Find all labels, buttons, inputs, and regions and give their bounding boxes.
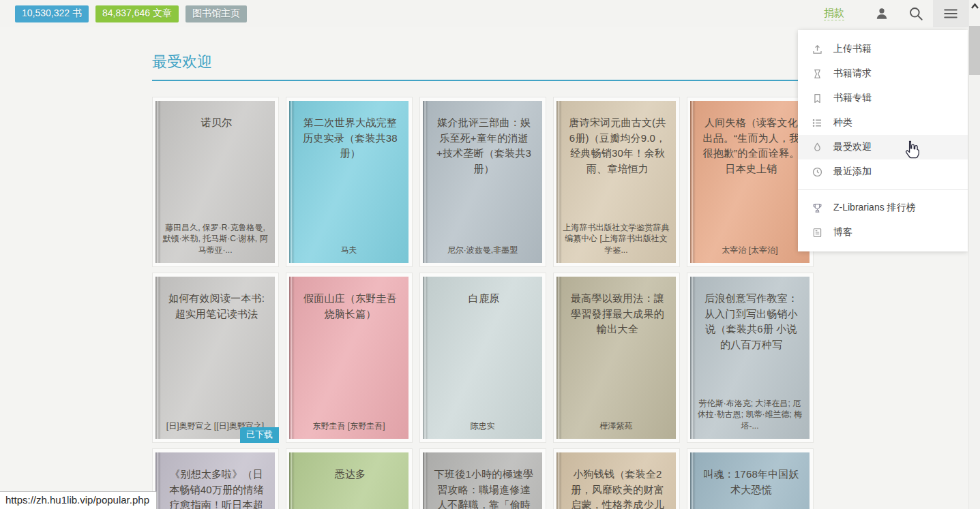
book-cover: 悉达多: [289, 452, 409, 509]
book-card[interactable]: 人间失格（读客文化出品。“生而为人，我很抱歉”的全面诠释。日本史上销太宰治 [太…: [687, 97, 814, 267]
book-card[interactable]: 第二次世界大战完整历史实录（套装共38册）马夫: [286, 97, 413, 267]
menu-item-1[interactable]: 上传书籍: [798, 37, 968, 61]
book-card[interactable]: 最高學以致用法：讓學習發揮最大成果的輸出大全樺澤紫苑: [553, 273, 680, 443]
book-author: 上海辞书出版社文学鉴赏辞典编纂中心 [上海辞书出版社文学鉴...: [561, 222, 671, 256]
book-card[interactable]: 媒介批评三部曲：娱乐至死+童年的消逝+技术垄断（套装共3册）尼尔·波兹曼,非墨盟: [419, 97, 546, 267]
stat-badge[interactable]: 10,530,322 书: [15, 5, 89, 22]
menu-item-4[interactable]: 种类: [798, 110, 968, 135]
book-title: 第二次世界大战完整历史实录（套装共38册）: [289, 101, 409, 161]
hourglass-icon: [812, 67, 824, 80]
book-card[interactable]: 《别想太多啦》（日本畅销40万册的情绪疗愈指南！听日本超人气“傻和: [152, 448, 279, 509]
book-title: 悉达多: [289, 452, 409, 482]
book-card[interactable]: 唐诗宋词元曲古文(共6册)（豆瓣均分9.0，经典畅销30年！余秋雨、章培恒力上海…: [553, 97, 680, 267]
book-title: 人间失格（读客文化出品。“生而为人，我很抱歉”的全面诠释。日本史上销: [690, 101, 810, 176]
book-card[interactable]: 小狗钱钱（套装全2册，风靡欧美的财富启蒙，性格养成少儿读物）：《小狗钱: [553, 448, 680, 509]
book-title: 诺贝尔: [155, 101, 275, 131]
book-cover: 诺贝尔藤田昌久, 保罗·R·克鲁格曼, 默顿·米勒, 托马斯·C·谢林, 阿马蒂…: [155, 101, 275, 263]
book-author: 马夫: [294, 245, 404, 256]
book-cover: 唐诗宋词元曲古文(共6册)（豆瓣均分9.0，经典畅销30年！余秋雨、章培恒力上海…: [556, 101, 676, 263]
menu-item-label: 最受欢迎: [833, 141, 872, 153]
flame-icon: [812, 141, 824, 153]
book-title: 小狗钱钱（套装全2册，风靡欧美的财富启蒙，性格养成少儿读物）：《小狗钱: [556, 452, 676, 509]
menu-item-3[interactable]: 书籍专辑: [798, 86, 968, 110]
clock-icon: [812, 166, 824, 178]
menu-icon[interactable]: [933, 0, 968, 27]
book-title: 后浪创意写作教室：从入门到写出畅销小说（套装共6册 小说的八百万种写: [690, 277, 810, 352]
book-cover: 小狗钱钱（套装全2册，风靡欧美的财富启蒙，性格养成少儿读物）：《小狗钱: [556, 452, 676, 509]
stat-badge[interactable]: 84,837,646 文章: [95, 5, 179, 22]
book-card[interactable]: 如何有效阅读一本书:超实用笔记读书法[日]奥野宣之 [[日]奥野宣之]已下载: [152, 273, 279, 443]
book-card[interactable]: 叫魂：1768年中国妖术大恐慌: [687, 448, 814, 509]
book-title: 下班後1小時的極速學習攻略：職場進修達人不辭職，靠「偷時間」高效學: [423, 452, 542, 509]
dropdown-menu: 上传书籍书籍请求书籍专辑种类最受欢迎最近添加Z-Librarians 排行榜博客: [798, 30, 968, 251]
menu-item-7[interactable]: Z-Librarians 排行榜: [798, 196, 968, 220]
menu-item-5[interactable]: 最受欢迎: [798, 135, 968, 159]
menu-item-8[interactable]: 博客: [798, 220, 968, 245]
menu-item-label: 书籍请求: [833, 67, 872, 80]
menu-item-label: 博客: [833, 226, 852, 238]
book-author: 藤田昌久, 保罗·R·克鲁格曼, 默顿·米勒, 托马斯·C·谢林, 阿马蒂亚·.…: [160, 222, 270, 256]
scrollbar[interactable]: [968, 0, 980, 509]
book-cover: 第二次世界大战完整历史实录（套装共38册）马夫: [289, 101, 409, 263]
book-cover: 假面山庄（东野圭吾烧脑长篇）东野圭吾 [东野圭吾]: [289, 277, 409, 439]
menu-item-2[interactable]: 书籍请求: [798, 61, 968, 86]
book-cover: 人间失格（读客文化出品。“生而为人，我很抱歉”的全面诠释。日本史上销太宰治 [太…: [690, 101, 810, 263]
scrollbar-thumb[interactable]: [969, 26, 980, 75]
book-title: 假面山庄（东野圭吾烧脑长篇）: [289, 277, 409, 322]
menu-divider: [798, 189, 968, 190]
list-icon: [812, 117, 824, 129]
book-title: 最高學以致用法：讓學習發揮最大成果的輸出大全: [556, 277, 676, 337]
stat-badges: 10,530,322 书84,837,646 文章图书馆主页: [15, 5, 247, 22]
book-cover: 《别想太多啦》（日本畅销40万册的情绪疗愈指南！听日本超人气“傻和: [155, 452, 275, 509]
header: 10,530,322 书84,837,646 文章图书馆主页 捐款: [0, 0, 980, 27]
book-cover: 白鹿原陈忠实: [423, 277, 542, 439]
book-author: 劳伦斯·布洛克; 大泽在昌; 厄休拉·勒古恩; 凯蒂·维兰德; 梅塔-...: [695, 398, 805, 432]
book-author: 陈忠实: [428, 420, 537, 432]
stat-badge[interactable]: 图书馆主页: [185, 5, 247, 22]
book-title: 叫魂：1768年中国妖术大恐慌: [690, 452, 810, 497]
menu-item-label: 书籍专辑: [833, 92, 872, 104]
book-title: 如何有效阅读一本书:超实用笔记读书法: [155, 277, 275, 322]
book-title: 白鹿原: [423, 277, 542, 307]
book-author: 太宰治 [太宰治]: [695, 245, 805, 256]
book-cover: 后浪创意写作教室：从入门到写出畅销小说（套装共6册 小说的八百万种写劳伦斯·布洛…: [690, 277, 810, 439]
menu-item-label: Z-Librarians 排行榜: [833, 202, 916, 214]
main-content: 最受欢迎 诺贝尔藤田昌久, 保罗·R·克鲁格曼, 默顿·米勒, 托马斯·C·谢林…: [152, 52, 814, 509]
book-title: 唐诗宋词元曲古文(共6册)（豆瓣均分9.0，经典畅销30年！余秋雨、章培恒力: [556, 101, 676, 176]
downloaded-badge: 已下载: [240, 427, 279, 443]
book-cover: 媒介批评三部曲：娱乐至死+童年的消逝+技术垄断（套装共3册）尼尔·波兹曼,非墨盟: [423, 101, 542, 263]
menu-item-label: 上传书籍: [833, 43, 872, 55]
book-card[interactable]: 下班後1小時的極速學習攻略：職場進修達人不辭職，靠「偷時間」高效學: [419, 448, 546, 509]
menu-item-label: 种类: [833, 117, 852, 129]
blog-icon: [812, 226, 824, 238]
book-author: 樺澤紫苑: [561, 420, 671, 432]
page-title: 最受欢迎: [152, 52, 814, 80]
book-cover: 如何有效阅读一本书:超实用笔记读书法[日]奥野宣之 [[日]奥野宣之]: [155, 277, 275, 439]
book-title: 媒介批评三部曲：娱乐至死+童年的消逝+技术垄断（套装共3册）: [423, 101, 542, 176]
donate-link[interactable]: 捐款: [824, 7, 844, 20]
title-underline: [152, 80, 814, 81]
search-icon[interactable]: [899, 0, 933, 27]
status-url: https://zh.hu1lib.vip/popular.php: [0, 491, 157, 509]
book-author: 尼尔·波兹曼,非墨盟: [428, 245, 537, 256]
profile-icon[interactable]: [865, 0, 899, 27]
book-card[interactable]: 后浪创意写作教室：从入门到写出畅销小说（套装共6册 小说的八百万种写劳伦斯·布洛…: [687, 273, 814, 443]
book-grid: 诺贝尔藤田昌久, 保罗·R·克鲁格曼, 默顿·米勒, 托马斯·C·谢林, 阿马蒂…: [152, 97, 814, 509]
book-title: 《别想太多啦》（日本畅销40万册的情绪疗愈指南！听日本超人气“傻和: [155, 452, 275, 509]
book-card[interactable]: 白鹿原陈忠实: [419, 273, 546, 443]
menu-item-label: 最近添加: [833, 166, 872, 178]
header-actions: 捐款: [824, 0, 968, 27]
book-card[interactable]: 假面山庄（东野圭吾烧脑长篇）东野圭吾 [东野圭吾]: [286, 273, 413, 443]
book-author: 东野圭吾 [东野圭吾]: [294, 420, 404, 432]
bookmark-icon: [812, 92, 824, 104]
book-cover: 叫魂：1768年中国妖术大恐慌: [690, 452, 810, 509]
scroll-up-arrow-icon[interactable]: [969, 0, 980, 12]
book-cover: 下班後1小時的極速學習攻略：職場進修達人不辭職，靠「偷時間」高效學: [423, 452, 542, 509]
upload-icon: [812, 43, 824, 55]
trophy-icon: [812, 202, 824, 214]
book-card[interactable]: 悉达多: [286, 448, 413, 509]
book-card[interactable]: 诺贝尔藤田昌久, 保罗·R·克鲁格曼, 默顿·米勒, 托马斯·C·谢林, 阿马蒂…: [152, 97, 279, 267]
menu-item-6[interactable]: 最近添加: [798, 159, 968, 184]
book-cover: 最高學以致用法：讓學習發揮最大成果的輸出大全樺澤紫苑: [556, 277, 676, 439]
